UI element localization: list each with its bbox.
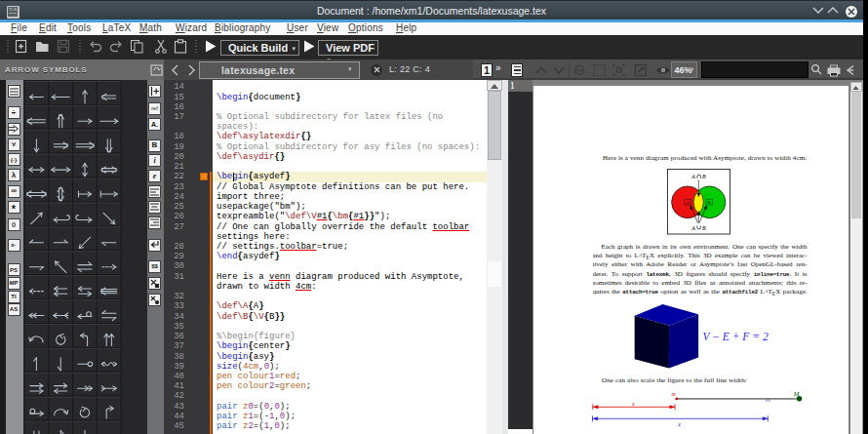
- svg-text:A: A: [690, 174, 695, 179]
- svg-text:B: B: [707, 200, 710, 205]
- svg-text:B: B: [702, 174, 706, 179]
- svg-text:m: m: [672, 391, 677, 397]
- svg-text:B: B: [702, 225, 706, 231]
- svg-text:A: A: [690, 225, 695, 231]
- svg-text:z: z: [678, 421, 682, 427]
- svg-text:x: x: [631, 401, 635, 407]
- svg-text:A: A: [685, 200, 689, 205]
